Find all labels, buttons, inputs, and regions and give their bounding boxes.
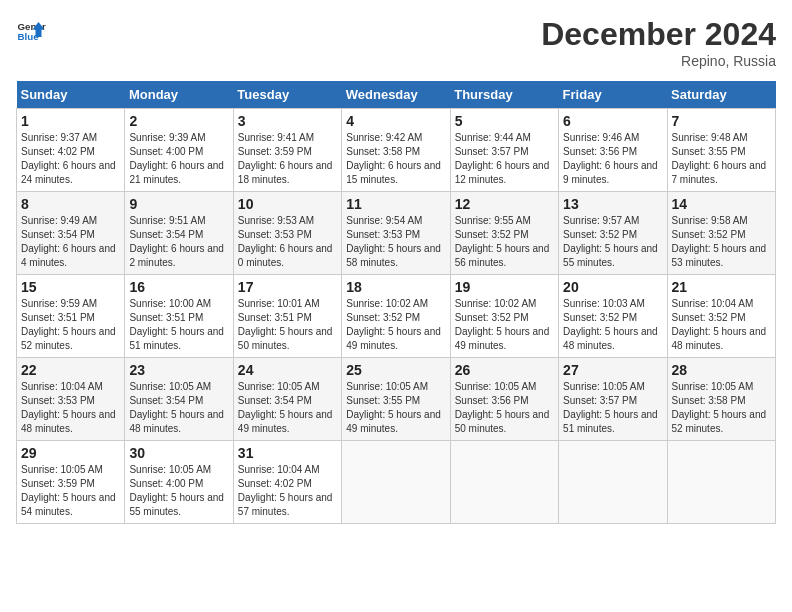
day-number: 10 — [238, 196, 337, 212]
day-info: Sunrise: 10:02 AM Sunset: 3:52 PM Daylig… — [455, 297, 554, 353]
calendar-cell: 5 Sunrise: 9:44 AM Sunset: 3:57 PM Dayli… — [450, 109, 558, 192]
day-number: 2 — [129, 113, 228, 129]
day-info: Sunrise: 9:51 AM Sunset: 3:54 PM Dayligh… — [129, 214, 228, 270]
day-number: 8 — [21, 196, 120, 212]
day-number: 12 — [455, 196, 554, 212]
day-info: Sunrise: 9:55 AM Sunset: 3:52 PM Dayligh… — [455, 214, 554, 270]
day-number: 26 — [455, 362, 554, 378]
calendar-cell: 17 Sunrise: 10:01 AM Sunset: 3:51 PM Day… — [233, 275, 341, 358]
day-info: Sunrise: 10:04 AM Sunset: 3:53 PM Daylig… — [21, 380, 120, 436]
day-info: Sunrise: 10:05 AM Sunset: 3:55 PM Daylig… — [346, 380, 445, 436]
week-row-1: 1 Sunrise: 9:37 AM Sunset: 4:02 PM Dayli… — [17, 109, 776, 192]
day-info: Sunrise: 9:54 AM Sunset: 3:53 PM Dayligh… — [346, 214, 445, 270]
day-number: 30 — [129, 445, 228, 461]
calendar-cell: 4 Sunrise: 9:42 AM Sunset: 3:58 PM Dayli… — [342, 109, 450, 192]
calendar-cell — [559, 441, 667, 524]
day-info: Sunrise: 10:01 AM Sunset: 3:51 PM Daylig… — [238, 297, 337, 353]
calendar-cell: 11 Sunrise: 9:54 AM Sunset: 3:53 PM Dayl… — [342, 192, 450, 275]
day-number: 7 — [672, 113, 771, 129]
calendar-cell: 26 Sunrise: 10:05 AM Sunset: 3:56 PM Day… — [450, 358, 558, 441]
day-info: Sunrise: 10:03 AM Sunset: 3:52 PM Daylig… — [563, 297, 662, 353]
calendar-cell: 19 Sunrise: 10:02 AM Sunset: 3:52 PM Day… — [450, 275, 558, 358]
day-number: 27 — [563, 362, 662, 378]
day-number: 5 — [455, 113, 554, 129]
day-number: 19 — [455, 279, 554, 295]
weekday-header-wednesday: Wednesday — [342, 81, 450, 109]
day-info: Sunrise: 9:48 AM Sunset: 3:55 PM Dayligh… — [672, 131, 771, 187]
day-info: Sunrise: 9:57 AM Sunset: 3:52 PM Dayligh… — [563, 214, 662, 270]
day-number: 31 — [238, 445, 337, 461]
calendar-cell: 8 Sunrise: 9:49 AM Sunset: 3:54 PM Dayli… — [17, 192, 125, 275]
day-number: 6 — [563, 113, 662, 129]
day-number: 13 — [563, 196, 662, 212]
weekday-header-tuesday: Tuesday — [233, 81, 341, 109]
weekday-header-monday: Monday — [125, 81, 233, 109]
calendar-cell: 23 Sunrise: 10:05 AM Sunset: 3:54 PM Day… — [125, 358, 233, 441]
calendar-cell: 13 Sunrise: 9:57 AM Sunset: 3:52 PM Dayl… — [559, 192, 667, 275]
day-info: Sunrise: 9:58 AM Sunset: 3:52 PM Dayligh… — [672, 214, 771, 270]
day-number: 4 — [346, 113, 445, 129]
day-number: 28 — [672, 362, 771, 378]
day-info: Sunrise: 10:05 AM Sunset: 3:57 PM Daylig… — [563, 380, 662, 436]
calendar-cell: 20 Sunrise: 10:03 AM Sunset: 3:52 PM Day… — [559, 275, 667, 358]
day-number: 18 — [346, 279, 445, 295]
day-number: 14 — [672, 196, 771, 212]
day-number: 21 — [672, 279, 771, 295]
day-info: Sunrise: 10:02 AM Sunset: 3:52 PM Daylig… — [346, 297, 445, 353]
day-info: Sunrise: 9:59 AM Sunset: 3:51 PM Dayligh… — [21, 297, 120, 353]
day-info: Sunrise: 10:05 AM Sunset: 3:56 PM Daylig… — [455, 380, 554, 436]
location-subtitle: Repino, Russia — [541, 53, 776, 69]
day-number: 3 — [238, 113, 337, 129]
calendar-cell: 25 Sunrise: 10:05 AM Sunset: 3:55 PM Day… — [342, 358, 450, 441]
day-info: Sunrise: 10:05 AM Sunset: 4:00 PM Daylig… — [129, 463, 228, 519]
day-info: Sunrise: 9:49 AM Sunset: 3:54 PM Dayligh… — [21, 214, 120, 270]
calendar-table: SundayMondayTuesdayWednesdayThursdayFrid… — [16, 81, 776, 524]
day-number: 9 — [129, 196, 228, 212]
calendar-cell — [342, 441, 450, 524]
day-number: 22 — [21, 362, 120, 378]
week-row-3: 15 Sunrise: 9:59 AM Sunset: 3:51 PM Dayl… — [17, 275, 776, 358]
day-info: Sunrise: 10:05 AM Sunset: 3:54 PM Daylig… — [129, 380, 228, 436]
calendar-cell: 12 Sunrise: 9:55 AM Sunset: 3:52 PM Dayl… — [450, 192, 558, 275]
calendar-cell — [450, 441, 558, 524]
calendar-cell: 29 Sunrise: 10:05 AM Sunset: 3:59 PM Day… — [17, 441, 125, 524]
day-info: Sunrise: 9:37 AM Sunset: 4:02 PM Dayligh… — [21, 131, 120, 187]
day-info: Sunrise: 9:44 AM Sunset: 3:57 PM Dayligh… — [455, 131, 554, 187]
day-number: 20 — [563, 279, 662, 295]
day-info: Sunrise: 10:05 AM Sunset: 3:59 PM Daylig… — [21, 463, 120, 519]
logo: General Blue — [16, 16, 46, 46]
day-number: 29 — [21, 445, 120, 461]
day-number: 1 — [21, 113, 120, 129]
day-number: 24 — [238, 362, 337, 378]
calendar-cell: 15 Sunrise: 9:59 AM Sunset: 3:51 PM Dayl… — [17, 275, 125, 358]
calendar-cell: 21 Sunrise: 10:04 AM Sunset: 3:52 PM Day… — [667, 275, 775, 358]
calendar-cell — [667, 441, 775, 524]
day-number: 16 — [129, 279, 228, 295]
calendar-cell: 1 Sunrise: 9:37 AM Sunset: 4:02 PM Dayli… — [17, 109, 125, 192]
calendar-cell: 10 Sunrise: 9:53 AM Sunset: 3:53 PM Dayl… — [233, 192, 341, 275]
day-number: 23 — [129, 362, 228, 378]
calendar-cell: 31 Sunrise: 10:04 AM Sunset: 4:02 PM Day… — [233, 441, 341, 524]
title-section: December 2024 Repino, Russia — [541, 16, 776, 69]
calendar-cell: 16 Sunrise: 10:00 AM Sunset: 3:51 PM Day… — [125, 275, 233, 358]
weekday-header-thursday: Thursday — [450, 81, 558, 109]
calendar-cell: 27 Sunrise: 10:05 AM Sunset: 3:57 PM Day… — [559, 358, 667, 441]
calendar-cell: 14 Sunrise: 9:58 AM Sunset: 3:52 PM Dayl… — [667, 192, 775, 275]
page-header: General Blue December 2024 Repino, Russi… — [16, 16, 776, 69]
day-number: 15 — [21, 279, 120, 295]
week-row-5: 29 Sunrise: 10:05 AM Sunset: 3:59 PM Day… — [17, 441, 776, 524]
calendar-cell: 9 Sunrise: 9:51 AM Sunset: 3:54 PM Dayli… — [125, 192, 233, 275]
day-number: 17 — [238, 279, 337, 295]
week-row-4: 22 Sunrise: 10:04 AM Sunset: 3:53 PM Day… — [17, 358, 776, 441]
day-number: 25 — [346, 362, 445, 378]
week-row-2: 8 Sunrise: 9:49 AM Sunset: 3:54 PM Dayli… — [17, 192, 776, 275]
day-info: Sunrise: 10:05 AM Sunset: 3:58 PM Daylig… — [672, 380, 771, 436]
day-info: Sunrise: 9:53 AM Sunset: 3:53 PM Dayligh… — [238, 214, 337, 270]
calendar-cell: 24 Sunrise: 10:05 AM Sunset: 3:54 PM Day… — [233, 358, 341, 441]
calendar-cell: 28 Sunrise: 10:05 AM Sunset: 3:58 PM Day… — [667, 358, 775, 441]
day-info: Sunrise: 9:39 AM Sunset: 4:00 PM Dayligh… — [129, 131, 228, 187]
day-info: Sunrise: 10:04 AM Sunset: 3:52 PM Daylig… — [672, 297, 771, 353]
calendar-cell: 18 Sunrise: 10:02 AM Sunset: 3:52 PM Day… — [342, 275, 450, 358]
day-info: Sunrise: 10:00 AM Sunset: 3:51 PM Daylig… — [129, 297, 228, 353]
day-info: Sunrise: 9:42 AM Sunset: 3:58 PM Dayligh… — [346, 131, 445, 187]
